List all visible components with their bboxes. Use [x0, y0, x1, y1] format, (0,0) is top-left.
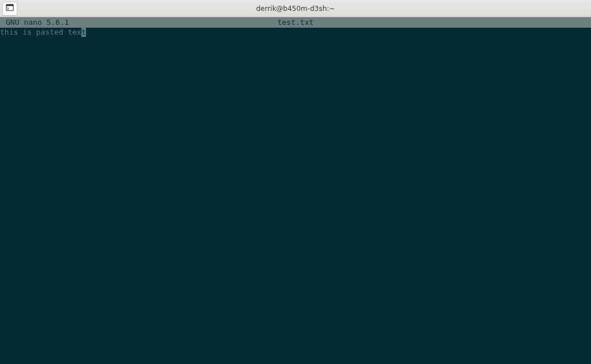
- svg-rect-1: [6, 5, 13, 6]
- editor-cursor: t: [81, 28, 86, 37]
- nano-filename-label: test.txt: [0, 17, 591, 28]
- nano-editor-area[interactable]: this is pasted text: [0, 28, 591, 364]
- nano-header-bar: GNU nano 5.6.1 test.txt: [0, 17, 591, 28]
- window-title: derrik@b450m-d3sh:~: [0, 5, 591, 13]
- window-titlebar: derrik@b450m-d3sh:~: [0, 0, 591, 17]
- new-tab-button[interactable]: [2, 2, 17, 16]
- editor-text-content: this is pasted tex: [0, 28, 81, 37]
- editor-line: this is pasted text: [0, 28, 591, 37]
- terminal-icon: [6, 3, 14, 13]
- nano-version-label: GNU nano 5.6.1: [0, 17, 69, 28]
